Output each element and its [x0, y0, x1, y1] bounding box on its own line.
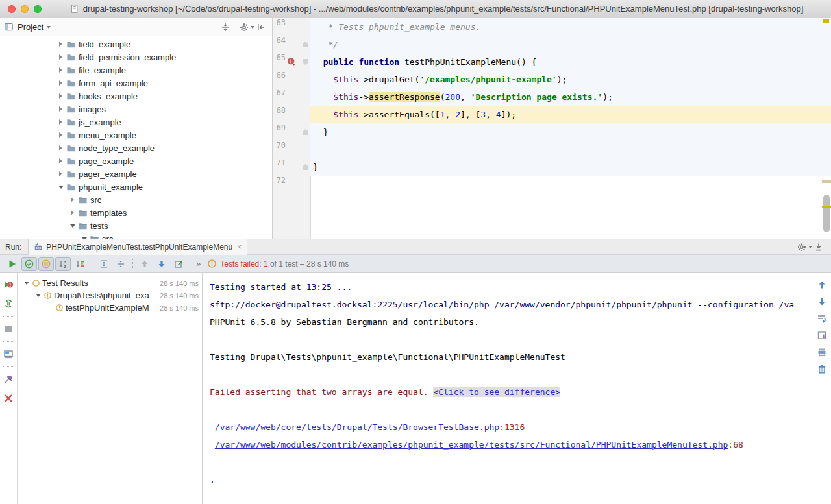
tree-item-node_type_example[interactable]: node_type_example	[0, 141, 272, 154]
fold-marker-icon[interactable]	[303, 129, 308, 135]
code-text[interactable]: $this->drupalGet('/examples/phpunit-exam…	[310, 71, 831, 88]
editor-line-70[interactable]: 70	[273, 141, 831, 158]
rerun-button[interactable]	[5, 257, 20, 271]
tree-item-form_api_example[interactable]: form_api_example	[0, 77, 272, 90]
code-text[interactable]	[310, 176, 831, 193]
gutter[interactable]: 71	[273, 158, 310, 176]
editor-line-64[interactable]: 64 */	[273, 36, 831, 53]
collapse-all-button[interactable]	[113, 257, 129, 271]
chevron-collapsed-icon[interactable]	[57, 80, 64, 86]
chevron-collapsed-icon[interactable]	[57, 158, 64, 163]
file-link[interactable]: /var/www/web/core/tests/Drupal/Tests/Bro…	[215, 422, 499, 432]
chevron-collapsed-icon[interactable]	[57, 119, 64, 125]
sort-alphabetically-button[interactable]: az	[55, 257, 71, 271]
chevron-collapsed-icon[interactable]	[57, 42, 64, 47]
tree-item-field_example[interactable]: field_example	[0, 38, 272, 51]
hide-run-panel-button[interactable]	[812, 240, 826, 254]
code-text[interactable]: * Tests phpunit_example menus.	[310, 18, 831, 36]
editor-line-66[interactable]: 66 $this->drupalGet('/examples/phpunit-e…	[273, 71, 831, 88]
error-stripe-mark[interactable]	[822, 180, 831, 183]
editor-line-63[interactable]: 63 * Tests phpunit_example menus.	[273, 18, 831, 36]
scroll-to-end-button[interactable]	[815, 329, 828, 342]
editor-line-71[interactable]: 71}	[273, 158, 831, 176]
hide-project-panel-button[interactable]	[254, 20, 268, 34]
locate-file-button[interactable]	[218, 20, 232, 34]
clear-all-button[interactable]	[815, 363, 828, 376]
toggle-auto-test-button[interactable]	[2, 297, 15, 310]
gutter[interactable]: 69	[273, 123, 310, 141]
fold-marker-icon[interactable]	[303, 59, 308, 65]
project-panel-title[interactable]: Project	[18, 22, 43, 32]
fold-marker-icon[interactable]	[303, 164, 308, 170]
tree-item-hooks_example[interactable]: hooks_example	[0, 90, 272, 102]
tree-item-menu_example[interactable]: menu_example	[0, 128, 272, 141]
tree-item-src[interactable]: src	[0, 193, 272, 206]
test-tree-item[interactable]: testPhpUnitExampleM28 s 140 ms	[18, 302, 202, 314]
tree-item-page_example[interactable]: page_example	[0, 154, 272, 167]
chevron-expanded-icon[interactable]	[69, 224, 76, 228]
see-difference-link[interactable]: <Click to see difference>	[433, 387, 560, 397]
run-tab[interactable]: php PHPUnitExampleMenuTest.testPhpUnitEx…	[28, 239, 247, 255]
tree-item-pager_example[interactable]: pager_example	[0, 167, 272, 180]
run-settings-button[interactable]	[797, 240, 812, 254]
error-stripe-mark[interactable]	[822, 206, 831, 208]
gutter[interactable]: 70	[273, 141, 310, 158]
code-text[interactable]: $this->assertEquals([1, 2], [3, 4]);	[310, 106, 831, 123]
sort-by-duration-button[interactable]	[72, 257, 88, 271]
code-text[interactable]: public function testPhpUnitExampleMenu()…	[310, 53, 831, 71]
chevron-expanded-icon[interactable]	[34, 294, 42, 297]
test-tree-item[interactable]: Drupal\Tests\phpunit_exa28 s 140 ms	[18, 289, 202, 302]
export-test-results-button[interactable]	[171, 257, 186, 271]
tree-item-templates[interactable]: templates	[0, 206, 272, 219]
chevron-collapsed-icon[interactable]	[57, 54, 64, 60]
expand-all-button[interactable]	[96, 257, 112, 271]
up-stack-trace-button[interactable]	[815, 278, 828, 291]
tree-item-file_example[interactable]: file_example	[0, 64, 272, 77]
show-console-button[interactable]	[2, 348, 15, 361]
inspection-status-icon[interactable]	[823, 19, 829, 23]
print-button[interactable]	[815, 346, 828, 359]
stop-button[interactable]	[2, 322, 15, 335]
chevron-collapsed-icon[interactable]	[57, 93, 64, 99]
code-text[interactable]: */	[310, 36, 831, 53]
chevron-collapsed-icon[interactable]	[69, 197, 76, 202]
previous-failed-test-button[interactable]	[137, 257, 153, 271]
gutter[interactable]: 64	[273, 36, 310, 53]
code-text[interactable]	[310, 141, 831, 158]
close-button[interactable]	[2, 392, 15, 405]
project-settings-button[interactable]	[240, 20, 254, 34]
rerun-failed-tests-button[interactable]	[2, 278, 15, 291]
tree-item-src[interactable]: src	[0, 232, 272, 239]
editor-line-68[interactable]: 68 $this->assertEquals([1, 2], [3, 4]);	[273, 106, 831, 123]
file-link[interactable]: /var/www/web/modules/contrib/examples/ph…	[215, 440, 728, 450]
close-tab-icon[interactable]: ×	[237, 243, 242, 252]
editor-line-65[interactable]: 65 public function testPhpUnitExampleMen…	[273, 53, 831, 71]
code-text[interactable]: }	[310, 123, 831, 141]
tree-item-field_permission_example[interactable]: field_permission_example	[0, 51, 272, 64]
fold-marker-icon[interactable]	[303, 42, 308, 47]
test-tree-item[interactable]: Test Results28 s 140 ms	[18, 277, 202, 289]
pin-tab-button[interactable]	[2, 373, 15, 386]
chevron-collapsed-icon[interactable]	[57, 106, 64, 112]
tree-item-tests[interactable]: tests	[0, 219, 272, 232]
editor-scrollbar[interactable]	[823, 195, 830, 232]
gutter[interactable]: 65	[273, 53, 310, 71]
soft-wrap-button[interactable]	[815, 312, 828, 325]
minimize-window-button[interactable]	[21, 5, 29, 13]
zoom-window-button[interactable]	[34, 5, 42, 13]
editor-line-72[interactable]: 72	[273, 176, 831, 193]
chevron-expanded-icon[interactable]	[23, 282, 30, 285]
test-failed-icon[interactable]	[287, 57, 296, 66]
chevron-collapsed-icon[interactable]	[57, 145, 64, 150]
tree-item-phpunit_example[interactable]: phpunit_example	[0, 180, 272, 193]
gutter[interactable]: 63	[273, 18, 310, 36]
gutter[interactable]: 66	[273, 71, 310, 88]
code-text[interactable]: }	[310, 158, 831, 176]
gutter[interactable]: 72	[273, 176, 310, 193]
gutter[interactable]: 67	[273, 88, 310, 106]
show-ignored-button[interactable]	[38, 257, 54, 271]
show-passed-button[interactable]	[21, 257, 37, 271]
close-window-button[interactable]	[8, 5, 16, 13]
tree-item-js_example[interactable]: js_example	[0, 115, 272, 128]
editor-line-67[interactable]: 67 $this->assertResponse(200, 'Descripti…	[273, 88, 831, 106]
